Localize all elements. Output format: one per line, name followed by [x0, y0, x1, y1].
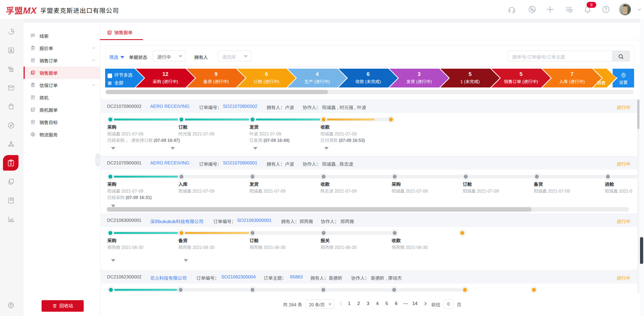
svg-text:$: $ [10, 162, 12, 166]
